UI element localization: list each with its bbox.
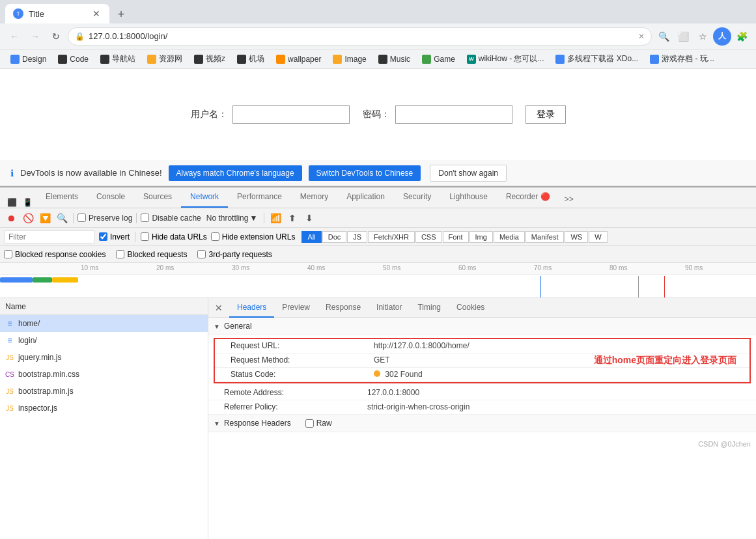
- bookmark-airport[interactable]: 机场: [232, 51, 270, 66]
- bookmark-video[interactable]: 视频z: [189, 51, 231, 66]
- devtools-panel: ⬛ 📱 Elements Console Sources Network Per…: [0, 186, 756, 539]
- more-tabs-button[interactable]: >>: [559, 191, 579, 208]
- browser-tab[interactable]: T Title ✕: [5, 4, 109, 23]
- forward-button[interactable]: →: [26, 27, 44, 46]
- profile-button[interactable]: 人: [713, 27, 731, 46]
- throttle-select[interactable]: No throttling ▼: [204, 214, 260, 223]
- inspect-element-icon[interactable]: ⬛: [7, 197, 17, 208]
- search-button[interactable]: 🔍: [654, 27, 673, 46]
- tab-recorder[interactable]: Recorder 🔴: [497, 187, 559, 208]
- username-input[interactable]: [232, 105, 350, 124]
- third-party-checkbox[interactable]: 3rd-party requests: [197, 250, 272, 259]
- bookmark-xdo[interactable]: 多线程下载器 XDo...: [550, 51, 643, 66]
- bookmark-icon: [333, 55, 342, 64]
- tab-close-button[interactable]: ✕: [91, 7, 102, 20]
- tab-elements[interactable]: Elements: [36, 187, 87, 208]
- details-tab-timing[interactable]: Timing: [410, 298, 449, 318]
- preserve-log-checkbox[interactable]: Preserve log: [77, 214, 132, 223]
- back-button[interactable]: ←: [5, 27, 23, 46]
- match-language-button[interactable]: Always match Chrome's language: [169, 165, 302, 181]
- details-tab-response[interactable]: Response: [318, 298, 369, 318]
- login-button[interactable]: 登录: [525, 105, 566, 124]
- general-section-header[interactable]: ▼ General: [208, 318, 756, 335]
- file-item-bootstrap-css[interactable]: CS bootstrap.min.css: [0, 366, 208, 383]
- search-button[interactable]: 🔍: [55, 211, 69, 225]
- tab-title: Title: [29, 9, 86, 19]
- screenshare-button[interactable]: ⬜: [674, 27, 692, 46]
- invert-checkbox[interactable]: Invert: [99, 232, 130, 242]
- extensions-button[interactable]: 🧩: [733, 27, 751, 46]
- filter-input[interactable]: [4, 230, 95, 243]
- bookmark-game-save[interactable]: 游戏存档 - 玩...: [645, 51, 720, 66]
- filter-button[interactable]: 🔽: [38, 211, 52, 225]
- bookmark-button[interactable]: ☆: [693, 27, 712, 46]
- file-icon-jquery: JS: [5, 353, 14, 362]
- bookmark-resource[interactable]: 资源网: [142, 51, 188, 66]
- network-conditions-button[interactable]: 📶: [268, 211, 283, 225]
- filter-fetch-button[interactable]: Fetch/XHR: [368, 231, 415, 243]
- bookmarks-bar: Design Code 导航站 资源网 视频z 机场 wallpaper Im: [0, 49, 756, 69]
- details-close-button[interactable]: ✕: [211, 300, 227, 316]
- password-input[interactable]: [395, 105, 512, 124]
- blocked-cookies-checkbox[interactable]: Blocked response cookies: [4, 250, 105, 259]
- filter-js-button[interactable]: JS: [347, 231, 367, 243]
- tab-lighthouse[interactable]: Lighthouse: [440, 187, 497, 208]
- file-item-home[interactable]: ≡ home/: [0, 315, 208, 332]
- disable-cache-checkbox[interactable]: Disable cache: [141, 214, 201, 223]
- filter-img-button[interactable]: Img: [469, 231, 493, 243]
- bookmark-icon: [650, 55, 659, 64]
- bookmark-image[interactable]: Image: [328, 53, 371, 66]
- bookmark-code[interactable]: Code: [53, 53, 94, 66]
- page-content: 用户名： 密码： 登录: [0, 69, 756, 160]
- bookmark-wallpaper[interactable]: wallpaper: [271, 53, 326, 66]
- details-tab-initiator[interactable]: Initiator: [369, 298, 410, 318]
- hide-extension-urls-checkbox[interactable]: Hide extension URLs: [211, 232, 296, 242]
- tab-application[interactable]: Application: [337, 187, 394, 208]
- hide-data-urls-checkbox[interactable]: Hide data URLs: [141, 232, 207, 242]
- address-bar[interactable]: 🔒 127.0.0.1:8000/login/ ✕: [68, 27, 652, 46]
- filter-doc-button[interactable]: Doc: [322, 231, 347, 243]
- clear-button[interactable]: 🚫: [21, 211, 35, 225]
- bookmark-design[interactable]: Design: [5, 53, 51, 66]
- tab-memory[interactable]: Memory: [291, 187, 337, 208]
- switch-chinese-button[interactable]: Switch DevTools to Chinese: [309, 165, 421, 181]
- filter-manifest-button[interactable]: Manifest: [525, 231, 565, 243]
- nav-actions: 🔍 ⬜ ☆ 人 🧩: [654, 27, 751, 46]
- details-tab-preview[interactable]: Preview: [274, 298, 318, 318]
- details-tab-cookies[interactable]: Cookies: [449, 298, 492, 318]
- tab-console[interactable]: Console: [87, 187, 134, 208]
- filter-ws-button[interactable]: WS: [565, 231, 588, 243]
- tab-security[interactable]: Security: [394, 187, 440, 208]
- filter-w-button[interactable]: W: [589, 231, 607, 243]
- new-tab-button[interactable]: +: [112, 5, 130, 23]
- bookmark-icon: W: [467, 55, 476, 64]
- tab-performance[interactable]: Performance: [228, 187, 291, 208]
- filter-css-button[interactable]: CSS: [415, 231, 442, 243]
- refresh-button[interactable]: ↻: [47, 27, 65, 46]
- file-item-jquery[interactable]: JS jquery.min.js: [0, 349, 208, 366]
- export-har-button[interactable]: ⬆: [285, 211, 300, 225]
- tab-sources[interactable]: Sources: [134, 187, 181, 208]
- file-item-bootstrap-js[interactable]: JS bootstrap.min.js: [0, 383, 208, 400]
- tab-network[interactable]: Network: [181, 187, 228, 208]
- details-tab-headers[interactable]: Headers: [229, 298, 274, 318]
- file-item-login[interactable]: ≡ login/: [0, 332, 208, 349]
- bookmark-music[interactable]: Music: [373, 53, 415, 66]
- raw-checkbox[interactable]: Raw: [305, 419, 332, 428]
- clear-url-icon[interactable]: ✕: [638, 32, 645, 41]
- file-item-inspector[interactable]: JS inspector.js: [0, 400, 208, 417]
- bookmark-nav[interactable]: 导航站: [95, 51, 141, 66]
- import-har-button[interactable]: ⬇: [302, 211, 316, 225]
- bookmark-game[interactable]: Game: [417, 53, 460, 66]
- dont-show-again-button[interactable]: Don't show again: [430, 165, 507, 182]
- filter-media-button[interactable]: Media: [494, 231, 525, 243]
- stop-recording-button[interactable]: ⏺: [4, 211, 18, 225]
- filter-all-button[interactable]: All: [301, 231, 321, 243]
- filter-font-button[interactable]: Font: [443, 231, 469, 243]
- section-arrow-icon: ▼: [214, 420, 220, 427]
- device-toolbar-icon[interactable]: 📱: [22, 197, 33, 208]
- blocked-requests-checkbox[interactable]: Blocked requests: [116, 250, 187, 259]
- detail-row-remote-address: Remote Address: 127.0.0.1:8000: [208, 386, 756, 400]
- bookmark-wikihow[interactable]: W wikiHow - 您可以...: [462, 51, 550, 66]
- response-headers-section-header[interactable]: ▼ Response Headers Raw: [208, 415, 756, 432]
